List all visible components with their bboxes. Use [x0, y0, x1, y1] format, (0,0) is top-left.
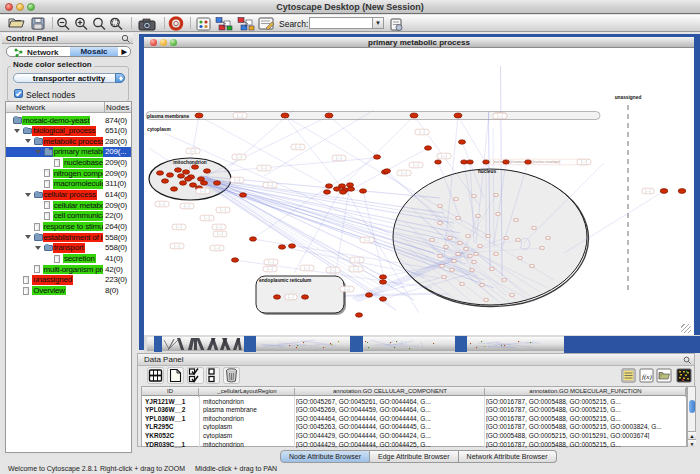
- svg-text:[....]: [....]: [497, 114, 502, 118]
- svg-text:[....]: [....]: [220, 208, 225, 212]
- svg-text:[....]: [....]: [304, 266, 309, 270]
- svg-text:[...]: [...]: [468, 254, 472, 258]
- svg-text:endoplasmic reticulum: endoplasmic reticulum: [259, 278, 311, 283]
- svg-text:[...]: [...]: [458, 241, 462, 245]
- svg-text:[....]: [....]: [413, 163, 418, 167]
- svg-text:[...]: [...]: [450, 268, 454, 272]
- svg-text:[...]: [...]: [480, 283, 484, 287]
- svg-text:[....]: [....]: [353, 267, 358, 271]
- svg-text:[...]: [...]: [486, 234, 490, 238]
- svg-text:[....]: [....]: [174, 244, 179, 248]
- svg-text:[...]: [...]: [464, 247, 468, 251]
- svg-text:[....]: [....]: [295, 145, 300, 149]
- svg-text:[...]: [...]: [484, 298, 488, 302]
- svg-text:f(x): f(x): [642, 373, 652, 381]
- svg-text:[....]: [....]: [581, 160, 586, 164]
- svg-text:[....]: [....]: [401, 171, 406, 175]
- svg-text:[...]: [...]: [456, 216, 460, 220]
- svg-text:[...]: [...]: [430, 238, 434, 242]
- svg-text:[...]: [...]: [440, 264, 444, 268]
- svg-text:[...]: [...]: [456, 252, 460, 256]
- svg-text:[....]: [....]: [184, 204, 189, 208]
- svg-text:[...]: [...]: [466, 234, 470, 238]
- svg-text:[...]: [...]: [454, 197, 458, 201]
- svg-text:[...]: [...]: [532, 226, 536, 230]
- svg-text:[....]: [....]: [267, 183, 272, 187]
- svg-text:[....]: [....]: [217, 232, 222, 236]
- svg-text:[....]: [....]: [200, 189, 205, 193]
- svg-text:[....]: [....]: [268, 260, 273, 264]
- svg-text:[...]: [...]: [472, 194, 476, 198]
- svg-text:[....]: [....]: [261, 166, 266, 170]
- svg-text:[...]: [...]: [504, 236, 508, 240]
- svg-text:unassigned: unassigned: [615, 95, 642, 100]
- svg-text:[...]: [...]: [546, 236, 550, 240]
- svg-text:[...]: [...]: [438, 221, 442, 225]
- svg-text:mitochondrion: mitochondrion: [173, 160, 207, 165]
- svg-text:[....]: [....]: [190, 149, 195, 153]
- svg-text:[...]: [...]: [442, 275, 446, 279]
- svg-text:[....]: [....]: [214, 246, 219, 250]
- svg-text:[...]: [...]: [472, 260, 476, 264]
- svg-text:[....]: [....]: [354, 258, 359, 262]
- svg-text:[...]: [...]: [460, 282, 464, 286]
- svg-text:[....]: [....]: [330, 268, 335, 272]
- svg-text:[...]: [...]: [510, 293, 514, 297]
- svg-text:[....]: [....]: [441, 154, 446, 158]
- svg-text:[...]: [...]: [438, 254, 442, 258]
- svg-text:[....]: [....]: [364, 238, 369, 242]
- svg-text:[...]: [...]: [496, 212, 500, 216]
- svg-text:[....]: [....]: [234, 178, 239, 182]
- svg-text:[....]: [....]: [419, 130, 424, 134]
- svg-text:[....]: [....]: [288, 295, 293, 299]
- svg-text:[...]: [...]: [490, 267, 494, 271]
- svg-text:[...]: [...]: [478, 244, 482, 248]
- svg-text:[....]: [....]: [344, 287, 349, 291]
- svg-text:[....]: [....]: [336, 156, 341, 160]
- svg-text:[...]: [...]: [494, 252, 498, 256]
- svg-text:[....]: [....]: [204, 216, 209, 220]
- svg-text:[....]: [....]: [176, 225, 181, 229]
- svg-text:[...]: [...]: [518, 256, 522, 260]
- svg-text:[...]: [...]: [502, 278, 506, 282]
- svg-text:[....]: [....]: [237, 114, 242, 118]
- svg-text:cytoplasm: cytoplasm: [147, 127, 171, 132]
- svg-text:[....]: [....]: [216, 225, 221, 229]
- svg-text:[....]: [....]: [236, 155, 241, 159]
- svg-text:[....]: [....]: [159, 202, 164, 206]
- svg-text:[...]: [...]: [452, 259, 456, 263]
- svg-text:[...]: [...]: [514, 218, 518, 222]
- svg-text:[...]: [...]: [530, 264, 534, 268]
- svg-text:plasma membrane: plasma membrane: [147, 114, 189, 119]
- svg-text:nucleus: nucleus: [478, 169, 496, 174]
- svg-text:[....]: [....]: [645, 189, 650, 193]
- svg-text:[....]: [....]: [267, 267, 272, 271]
- svg-text:Search:: Search:: [279, 19, 308, 29]
